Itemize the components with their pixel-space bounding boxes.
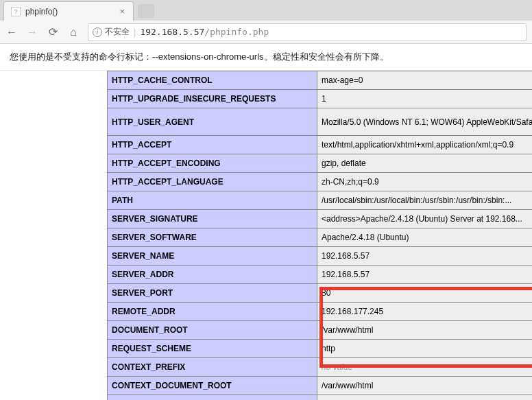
phpinfo-key: HTTP_UPGRADE_INSECURE_REQUESTS (108, 90, 317, 108)
table-row: PATH/usr/local/sbin:/usr/local/bin:/usr/… (108, 191, 533, 210)
table-row: SERVER_ADDR192.168.5.57 (108, 266, 533, 284)
table-row: HTTP_ACCEPTtext/html,application/xhtml+x… (108, 136, 533, 154)
phpinfo-value: 192.168.177.245 (317, 303, 533, 321)
phpinfo-value: /var/www/html (317, 321, 533, 340)
no-value-label: no value (322, 362, 352, 372)
phpinfo-key: CONTEXT_PREFIX (108, 358, 317, 377)
table-row: CONTEXT_DOCUMENT_ROOT/var/www/html (108, 377, 533, 395)
phpinfo-table: HTTP_CACHE_CONTROLmax-age=0HTTP_UPGRADE_… (107, 71, 532, 400)
new-tab-button[interactable] (138, 4, 154, 18)
phpinfo-key: REMOTE_ADDR (108, 303, 317, 321)
browser-toolbar: ← → ⟳ ⌂ i 不安全 | 192.168.5.57/phpinfo.php (0, 21, 532, 44)
phpinfo-value: /usr/local/sbin:/usr/local/bin:/usr/sbin… (317, 191, 533, 210)
phpinfo-value: Apache/2.4.18 (Ubuntu) (317, 228, 533, 247)
phpinfo-key: SERVER_SOFTWARE (108, 228, 317, 247)
address-bar[interactable]: i 不安全 | 192.168.5.57/phpinfo.php (88, 23, 527, 41)
phpinfo-key: SERVER_NAME (108, 247, 317, 266)
phpinfo-value: 192.168.5.57 (317, 266, 533, 284)
phpinfo-key: DOCUMENT_ROOT (108, 321, 317, 340)
phpinfo-key: CONTEXT_DOCUMENT_ROOT (108, 377, 317, 395)
table-row: SERVER_SIGNATURE<address>Apache/2.4.18 (… (108, 210, 533, 228)
phpinfo-value: 1 (317, 90, 533, 108)
page-favicon: ? (11, 7, 21, 16)
phpinfo-value: zh-CN,zh;q=0.9 (317, 173, 533, 191)
table-row: HTTP_ACCEPT_ENCODINGgzip, deflate (108, 154, 533, 173)
phpinfo-value: Mozilla/5.0 (Windows NT 6.1; WOW64) Appl… (317, 108, 533, 136)
phpinfo-value: webmaster@localhost (317, 395, 533, 401)
phpinfo-value: max-age=0 (317, 71, 533, 90)
phpinfo-key: HTTP_ACCEPT (108, 136, 317, 154)
table-row: REMOTE_ADDR192.168.177.245 (108, 303, 533, 321)
browser-tab[interactable]: ? phpinfo() × (3, 1, 134, 21)
tab-title: phpinfo() (25, 7, 118, 16)
back-button[interactable]: ← (5, 26, 18, 38)
phpinfo-value: 192.168.5.57 (317, 247, 533, 266)
table-row: SERVER_NAME192.168.5.57 (108, 247, 533, 266)
phpinfo-key: SERVER_ADDR (108, 266, 317, 284)
security-badge[interactable]: i 不安全 (93, 26, 130, 38)
table-row: HTTP_ACCEPT_LANGUAGEzh-CN,zh;q=0.9 (108, 173, 533, 191)
table-row: HTTP_USER_AGENTMozilla/5.0 (Windows NT 6… (108, 108, 533, 136)
phpinfo-key: SERVER_PORT (108, 284, 317, 303)
phpinfo-key: SERVER_SIGNATURE (108, 210, 317, 228)
table-row: SERVER_PORT80 (108, 284, 533, 303)
url-host: 192.168.5.57 (140, 27, 204, 37)
phpinfo-value: http (317, 340, 533, 358)
info-icon: i (93, 27, 102, 37)
url-path: /phpinfo.php (204, 27, 269, 37)
table-row: HTTP_UPGRADE_INSECURE_REQUESTS1 (108, 90, 533, 108)
table-row: REQUEST_SCHEMEhttp (108, 340, 533, 358)
table-row: CONTEXT_PREFIXno value (108, 358, 533, 377)
phpinfo-value: text/html,application/xhtml+xml,applicat… (317, 136, 533, 154)
phpinfo-value: no value (317, 358, 533, 377)
phpinfo-key: HTTP_ACCEPT_ENCODING (108, 154, 317, 173)
security-label: 不安全 (105, 26, 130, 38)
table-row: SERVER_ADMINwebmaster@localhost (108, 395, 533, 401)
phpinfo-value: <address>Apache/2.4.18 (Ubuntu) Server a… (317, 210, 533, 228)
page-content: HTTP_CACHE_CONTROLmax-age=0HTTP_UPGRADE_… (0, 71, 532, 400)
table-row: DOCUMENT_ROOT/var/www/html (108, 321, 533, 340)
phpinfo-value: /var/www/html (317, 377, 533, 395)
forward-button: → (26, 26, 38, 38)
phpinfo-value: gzip, deflate (317, 154, 533, 173)
phpinfo-key: REQUEST_SCHEME (108, 340, 317, 358)
url-text: 192.168.5.57/phpinfo.php (140, 27, 522, 37)
phpinfo-value: 80 (317, 284, 533, 303)
phpinfo-key: HTTP_USER_AGENT (108, 108, 317, 136)
reload-button[interactable]: ⟳ (47, 25, 59, 38)
phpinfo-key: PATH (108, 191, 317, 210)
phpinfo-table-wrap: HTTP_CACHE_CONTROLmax-age=0HTTP_UPGRADE_… (107, 71, 532, 400)
close-tab-icon[interactable]: × (118, 6, 126, 16)
table-row: HTTP_CACHE_CONTROLmax-age=0 (108, 71, 533, 90)
phpinfo-key: HTTP_ACCEPT_LANGUAGE (108, 173, 317, 191)
info-bar: 您使用的是不受支持的命令行标记：--extensions-on-chrome-u… (0, 44, 532, 71)
table-row: SERVER_SOFTWAREApache/2.4.18 (Ubuntu) (108, 228, 533, 247)
home-button[interactable]: ⌂ (67, 26, 80, 38)
phpinfo-key: HTTP_CACHE_CONTROL (108, 71, 317, 90)
phpinfo-key: SERVER_ADMIN (108, 395, 317, 401)
info-bar-text: 您使用的是不受支持的命令行标记：--extensions-on-chrome-u… (10, 51, 389, 62)
browser-tabstrip: ? phpinfo() × (0, 0, 532, 21)
